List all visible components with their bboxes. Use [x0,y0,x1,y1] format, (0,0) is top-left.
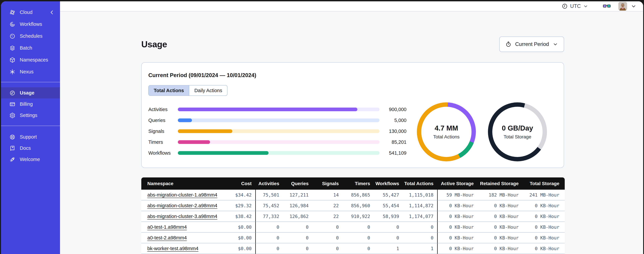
sidebar-item-label: Namespaces [20,57,48,63]
schedules-clock-icon [10,33,16,39]
settings-gear-icon [10,112,16,118]
period-selector-button[interactable]: Current Period [499,36,564,52]
cell-active-storage: 0 KB-Hour [437,211,478,222]
collapse-sidebar-icon[interactable] [49,10,55,16]
namespaces-cube-icon [10,57,16,63]
namespace-link[interactable]: abs-migration-cluster-2.a98mm4 [147,203,217,208]
billing-card-icon [10,101,16,107]
sidebar-item-batch[interactable]: Batch [1,42,60,54]
actions-bar-chart: Activities 900,000 Queries 5,000 Signals [148,107,406,161]
sidebar-divider [1,82,60,82]
namespace-link[interactable]: bk-worker-test.a98mm4 [147,246,198,251]
glasses-icon [603,4,611,9]
current-period-card: Current Period (09/01/2024 — 10/01/2024)… [141,62,564,168]
sidebar-item-label: Settings [20,112,38,118]
col-header-total-actions: Total Actions [403,178,437,190]
cell-timers: 856,960 [342,200,374,211]
cell-cost: $0.00 [218,222,255,232]
col-header-namespace: Namespace [141,178,218,190]
table-row: a0-test-2.a98mm4 $0.00 0 0 0 0 0 0 0 KB-… [141,232,565,243]
cell-cost: $38.42 [218,211,255,222]
cell-total-storage: 0 KB-Hour [522,222,565,232]
col-header-retained-storage: Retained Storage [478,178,522,190]
sidebar-item-workflows[interactable]: Workflows [1,18,60,30]
cloud-orbit-icon [10,10,16,16]
sidebar-item-welcome[interactable]: Welcome [1,154,60,165]
cell-retained-storage: 0 KB-Hour [478,211,522,222]
sidebar-item-docs[interactable]: Docs [1,142,60,154]
sidebar-item-label: Cloud [20,10,32,15]
usage-gauge-icon [10,90,16,96]
bar-track [178,108,380,111]
bar-fill [178,108,357,111]
timezone-selector[interactable]: UTC [562,3,588,9]
cell-timers: 0 [342,243,374,254]
col-header-activities: Activities [255,178,283,190]
cell-queries: 127,211 [283,190,312,200]
sidebar-item-cloud[interactable]: Cloud [1,6,60,18]
sidebar-item-label: Docs [20,146,31,151]
sidebar-item-label: Usage [20,90,34,96]
sidebar-item-label: Billing [20,101,33,107]
topbar: UTC [60,1,643,12]
namespace-link[interactable]: abs-migration-cluster-3.a98mm4 [147,214,217,219]
feedback-glasses-button[interactable] [603,4,611,9]
cell-workflows: 58,939 [374,211,403,222]
tab-daily-actions[interactable]: Daily Actions [189,86,227,96]
namespace-link[interactable]: a0-test-2.a98mm4 [147,235,187,240]
sidebar-item-schedules[interactable]: Schedules [1,30,60,42]
cell-retained-storage: 0 KB-Hour [478,200,522,211]
cell-queries: 0 [283,232,312,243]
sidebar-item-label: Schedules [20,33,42,39]
user-menu[interactable] [618,2,636,10]
sidebar-item-nexus[interactable]: Nexus [1,66,60,78]
usage-donuts: 4.7 MM Total Actions 0 GB/Day Total Stor… [417,102,547,161]
namespace-link[interactable]: a0-test-1.a98mm4 [147,224,187,230]
cell-active-storage: 59 MB-Hour [437,190,478,200]
donut-label: Total Actions [433,134,460,140]
col-header-workflows: Workflows [374,178,403,190]
cell-timers: 0 [342,222,374,232]
cell-total-storage: 241 MB-Hour [522,190,565,200]
tab-total-actions[interactable]: Total Actions [149,86,189,96]
bar-label: Activities [148,107,178,112]
sidebar-item-namespaces[interactable]: Namespaces [1,54,60,66]
cell-total-actions: 1,114,872 [403,200,437,211]
cell-total-storage: 0 KB-Hour [522,200,565,211]
sidebar-item-settings[interactable]: Settings [1,110,60,121]
cell-active-storage: 0 KB-Hour [437,200,478,211]
table-row: bk-worker-test.a98mm4 $0.00 0 0 0 0 1 1 … [141,243,565,254]
bar-row-signals: Signals 130,000 [148,129,406,134]
bar-value: 5,000 [380,118,406,123]
nexus-asterisk-icon [10,69,16,75]
cell-signals: 22 [312,200,342,211]
col-header-active-storage: Active Storage [437,178,478,190]
app-window: Cloud Workflows Schedules [1,1,643,254]
donut-total-storage: 0 GB/Day Total Storage [488,102,547,161]
cell-workflows: 0 [374,222,403,232]
sidebar-item-billing[interactable]: Billing [1,98,60,110]
cell-total-actions: 1,115,018 [403,190,437,200]
cell-workflows: 55,427 [374,190,403,200]
col-header-cost: Cost [218,178,255,190]
namespace-link[interactable]: abs-migration-cluster-1.a98mm4 [147,192,217,198]
bar-row-timers: Timers 85,201 [148,140,406,144]
timezone-label: UTC [570,3,581,9]
cell-signals: 22 [312,211,342,222]
cell-cost: $0.00 [218,232,255,243]
cell-total-actions: 1 [403,243,437,254]
bar-fill [178,140,210,144]
sidebar: Cloud Workflows Schedules [1,1,60,254]
cell-total-storage: 0 KB-Hour [522,211,565,222]
bar-track [178,140,380,144]
main-area: UTC [60,1,643,254]
cell-queries: 0 [283,222,312,232]
sidebar-item-support[interactable]: Support [1,131,60,142]
donut-value: 4.7 MM [435,124,458,132]
avatar [618,2,627,10]
donut-total-actions: 4.7 MM Total Actions [417,102,476,161]
bar-fill [178,118,192,122]
cell-signals: 0 [312,232,342,243]
support-lifebuoy-icon [10,134,16,140]
sidebar-item-usage[interactable]: Usage [1,87,60,98]
